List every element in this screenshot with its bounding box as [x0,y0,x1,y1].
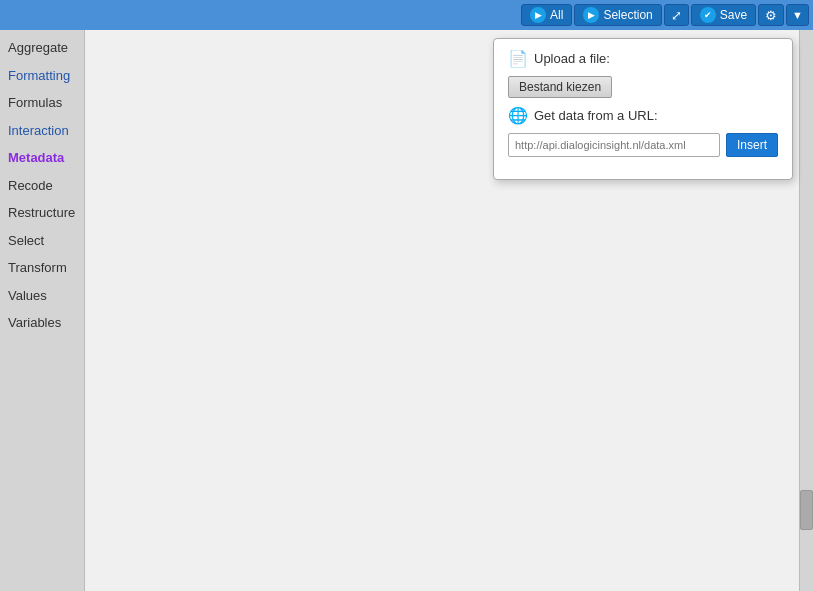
insert-button[interactable]: Insert [726,133,778,157]
expand-icon: ⤢ [671,8,682,23]
gear-button[interactable]: ⚙ [758,4,784,26]
expand-button[interactable]: ⤢ [664,4,689,26]
upload-row: 📄 Upload a file: [508,49,778,68]
sidebar-item-formatting[interactable]: Formatting [0,62,84,90]
data-source-popup: 📄 Upload a file: Bestand kiezen 🌐 Get da… [493,38,793,180]
url-label: Get data from a URL: [534,108,658,123]
save-check-icon: ✔ [700,7,716,23]
save-label: Save [720,8,747,22]
gear-icon: ⚙ [765,8,777,23]
toolbar: ▶ All ▶ Selection ⤢ ✔ Save ⚙ ▼ [0,0,813,30]
selection-button[interactable]: ▶ Selection [574,4,661,26]
sidebar-item-values[interactable]: Values [0,282,84,310]
upload-label: Upload a file: [534,51,610,66]
selection-label: Selection [603,8,652,22]
sidebar: Aggregate Formatting Formulas Interactio… [0,30,85,591]
sidebar-item-variables[interactable]: Variables [0,309,84,337]
url-icon: 🌐 [508,106,528,125]
all-button[interactable]: ▶ All [521,4,572,26]
url-input-row: Insert [508,133,778,157]
choose-file-row: Bestand kiezen [508,76,778,98]
scrollbar[interactable] [799,30,813,591]
selection-play-icon: ▶ [583,7,599,23]
sidebar-item-aggregate[interactable]: Aggregate [0,34,84,62]
choose-file-button[interactable]: Bestand kiezen [508,76,612,98]
content-area: 📄 Upload a file: Bestand kiezen 🌐 Get da… [85,30,799,591]
url-label-row: 🌐 Get data from a URL: [508,106,778,125]
dropdown-arrow-button[interactable]: ▼ [786,4,809,26]
save-button[interactable]: ✔ Save [691,4,756,26]
sidebar-item-interaction[interactable]: Interaction [0,117,84,145]
sidebar-item-restructure[interactable]: Restructure [0,199,84,227]
dropdown-arrow-icon: ▼ [792,9,803,21]
scrollbar-thumb[interactable] [800,490,813,530]
all-label: All [550,8,563,22]
all-play-icon: ▶ [530,7,546,23]
main-area: Aggregate Formatting Formulas Interactio… [0,30,813,591]
file-icon: 📄 [508,49,528,68]
sidebar-item-select[interactable]: Select [0,227,84,255]
sidebar-item-formulas[interactable]: Formulas [0,89,84,117]
url-input[interactable] [508,133,720,157]
sidebar-item-transform[interactable]: Transform [0,254,84,282]
sidebar-item-recode[interactable]: Recode [0,172,84,200]
sidebar-item-metadata[interactable]: Metadata [0,144,84,172]
